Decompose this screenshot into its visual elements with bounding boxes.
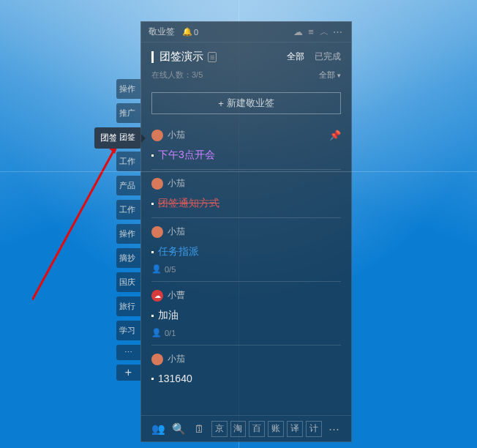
shortcut-button[interactable]: 京 (211, 421, 228, 437)
shortcut-button[interactable]: 账 (268, 421, 284, 437)
notification-badge[interactable]: 🔔 0 (182, 27, 198, 37)
note-text: 131640 (158, 373, 192, 384)
author-name: 小曹 (168, 289, 185, 302)
person-icon: 👤 (151, 264, 162, 274)
annotation-arrow (32, 132, 127, 300)
side-tabs: 操作 推广 团签 工作 产品 工作 操作 摘抄 国庆 旅行 学习 ⋯ + (116, 79, 140, 385)
svg-line-0 (32, 139, 120, 300)
online-count: 在线人数：3/5 (151, 70, 319, 81)
title-marker (151, 51, 154, 63)
collapse-icon[interactable]: ︿ (318, 26, 331, 39)
author-name: 小茄 (168, 177, 185, 190)
shortcut-button[interactable]: 百 (249, 421, 265, 437)
list-item[interactable]: 小茄 131640 (151, 346, 341, 392)
side-tab[interactable]: 工作 (116, 200, 140, 220)
plus-icon: + (218, 98, 224, 109)
note-meta: 👤 0/5 (151, 264, 341, 274)
avatar (151, 354, 163, 365)
side-tab[interactable]: 操作 (116, 224, 140, 244)
list-item[interactable]: 小茄 团签通知方式 (151, 170, 341, 218)
side-tab[interactable]: 旅行 (116, 296, 140, 316)
pin-icon[interactable]: 📌 (329, 130, 341, 141)
author-name: 小茄 (168, 225, 185, 238)
titlebar: 敬业签 🔔 0 ☁ ≡ ︿ ⋯ (141, 22, 351, 42)
calendar-icon[interactable]: 🗓 (189, 422, 210, 435)
bottom-bar: 👥 🔍 🗓 京 淘 百 账 译 计 ⋯ (141, 415, 351, 441)
bell-icon: 🔔 (182, 27, 192, 37)
app-name: 敬业签 (149, 26, 175, 38)
side-tab[interactable]: 工作 (116, 152, 140, 171)
filter-done[interactable]: 已完成 (315, 51, 341, 63)
list-item[interactable]: ☁ 小曹 加油 👤 0/1 (151, 282, 341, 346)
side-tab[interactable]: 学习 (116, 321, 140, 340)
person-icon: 👤 (151, 328, 162, 337)
side-tab-active[interactable]: 团签 (116, 127, 140, 147)
side-tab[interactable]: 产品 (116, 176, 140, 195)
contacts-icon[interactable]: 👥 (149, 422, 169, 436)
search-icon[interactable]: 🔍 (169, 422, 189, 436)
new-note-button[interactable]: + 新建敬业签 (151, 92, 341, 114)
shortcut-button[interactable]: 译 (287, 421, 303, 437)
edit-title-icon[interactable]: ≡ (208, 52, 217, 62)
side-tab[interactable]: 推广 (116, 103, 140, 123)
notification-count: 0 (194, 28, 198, 37)
side-tab[interactable]: 摘抄 (116, 248, 140, 268)
avatar: ☁ (151, 290, 163, 302)
note-text: 下午3点开会 (158, 149, 215, 162)
author-name: 小茄 (168, 129, 185, 141)
filter-all[interactable]: 全部 (287, 51, 304, 63)
note-text: 加油 (158, 309, 179, 322)
header: 团签演示 ≡ 全部 已完成 在线人数：3/5 全部 (141, 42, 351, 85)
note-meta: 👤 0/1 (151, 328, 341, 337)
shortcut-button[interactable]: 计 (306, 421, 322, 437)
filter-tabs: 全部 已完成 (287, 51, 341, 63)
menu-icon[interactable]: ≡ (304, 26, 318, 37)
list-item[interactable]: 小茄 任务指派 👤 0/5 (151, 218, 341, 282)
main-panel: 敬业签 🔔 0 ☁ ≡ ︿ ⋯ 团签演示 ≡ 全部 已完成 (140, 21, 352, 442)
side-tab[interactable]: 操作 (116, 79, 140, 99)
side-tab-add[interactable]: + (116, 365, 140, 381)
author-name: 小茄 (168, 353, 185, 365)
more-icon[interactable]: ⋯ (331, 26, 344, 37)
avatar (151, 130, 163, 141)
new-note-label: 新建敬业签 (227, 97, 274, 110)
more-shortcuts-icon[interactable]: ⋯ (323, 422, 344, 436)
side-tab[interactable]: 国庆 (116, 272, 140, 292)
shortcut-button[interactable]: 淘 (230, 421, 247, 437)
avatar (151, 226, 163, 238)
list-item[interactable]: 小茄 📌 下午3点开会 (151, 122, 341, 170)
note-text: 任务指派 (158, 245, 199, 258)
note-text: 团签通知方式 (158, 197, 219, 210)
sub-filter-dropdown[interactable]: 全部 (319, 70, 341, 81)
note-list: 小茄 📌 下午3点开会 小茄 团签通知方式 小茄 任务指派 (141, 122, 351, 392)
avatar (151, 178, 163, 190)
sync-icon[interactable]: ☁ (291, 26, 304, 37)
page-title: 团签演示 (159, 50, 203, 64)
side-tab-more[interactable]: ⋯ (116, 345, 140, 360)
